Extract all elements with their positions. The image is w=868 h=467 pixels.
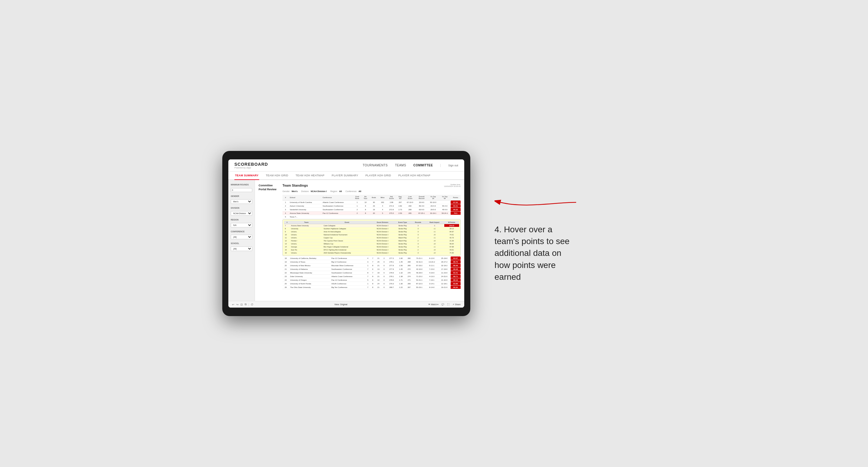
hover-table: # Team Event Event Division Event Type R… [284,221,459,254]
hover-table-row: 13 Univers. Williams Cup NCAA Division I… [284,242,459,245]
col-vstop25: Vs Top25 [427,195,439,200]
hover-table-row: 7 Arizona State University Caite Collegi… [284,224,459,227]
committee-portal-title: CommitteePortal Review [258,184,276,191]
table-row: 23 Duke University Atlantic Coast Confer… [282,275,461,278]
table-row: 24 University of Oregon Pac-12 Conferenc… [282,278,461,282]
sub-nav: TEAM SUMMARY TEAM H2H GRID TEAM H2H HEAT… [228,172,464,180]
col-avg-sg: Avg.SG [396,195,404,200]
sidebar: Minimum Rounds Gender Men's Division NCA… [228,180,255,301]
expand-btn[interactable]: ⛶ [447,303,450,306]
subnav-team-h2h-grid[interactable]: TEAM H2H GRID [265,172,289,180]
comment-btn[interactable]: 💬 [441,303,444,306]
col-wins: Wins [378,195,387,200]
conference-select[interactable]: (All) [231,235,252,239]
table-row: 20 University of New Mexico Mountain Wes… [282,264,461,268]
division-select[interactable]: NCAA Division I [231,211,252,216]
conference-label: Conference [231,230,252,232]
col-low-score: LowScore [404,195,415,200]
gender-select[interactable]: Men's [231,199,252,204]
comment-icon: 💬 [441,303,444,306]
sign-out-link[interactable]: Sign out [448,164,458,167]
table-row: 19 University of Texas Big 12 Conference… [282,260,461,264]
clock-icon[interactable]: ⏱ [251,303,253,306]
toolbar-left: ↩ ↪ ⊡ ⧉ | ⏱ [232,303,253,306]
sidebar-min-rounds: Minimum Rounds [231,184,252,192]
table-header-row: # School Conference ConfRank NoTour Rnds… [282,195,461,200]
nav-links: TOURNAMENTS TEAMS COMMITTEE | Sign out [363,164,458,167]
col-conf-rank: ConfRank [353,195,362,200]
hover-header-row: # Team Event Event Division Event Type R… [284,221,459,224]
standings-table: # School Conference ConfRank NoTour Rnds… [282,195,461,219]
table-row: 3 Vanderbilt University Southeastern Con… [282,208,461,211]
toolbar-right: 👁 Watch ▾ 💬 ⛶ ↗ Share [428,303,461,306]
nav-committee[interactable]: COMMITTEE [413,164,433,167]
undo-icon[interactable]: ↩ [232,303,235,306]
tablet-device: SCOREBOARD Powered by clippi TOURNAMENTS… [222,151,470,316]
eye-icon: 👁 [428,303,430,306]
region-select[interactable]: N/A [231,223,252,227]
hover-popup: # Team Event Event Division Event Type R… [282,219,461,256]
subnav-player-h2h-heatmap[interactable]: PLAYER H2H HEATMAP [398,172,431,180]
hover-table-row: 14 Georgia Ben Hogan Collegiate Invitati… [284,245,459,248]
sidebar-division: Division NCAA Division I [231,207,252,216]
col-rank: # [282,195,288,200]
subnav-team-summary[interactable]: TEAM SUMMARY [235,172,259,180]
arrow-annotation [495,184,579,220]
bottom-toolbar: ↩ ↪ ⊡ ⧉ | ⏱ View: Original 👁 Watch ▾ [228,301,464,308]
division-label: Division [231,207,252,209]
school-select[interactable]: (All) [231,247,252,251]
watch-btn[interactable]: 👁 Watch ▾ [428,303,439,306]
doc-area: CommitteePortal Review Team Standings Up… [255,180,464,301]
col-vstop50: Vs Top50 [439,195,450,200]
main-content: Minimum Rounds Gender Men's Division NCA… [228,180,464,301]
annotation-area: 4. Hover over a team's points to see add… [489,178,585,289]
col-adj-score: Adj.Score [387,195,396,200]
col-overall-record: OverallRecord [416,195,427,200]
top-nav: SCOREBOARD Powered by clippi TOURNAMENTS… [228,159,464,172]
update-time: Update time:13/03/2024 10:03:42 [444,184,461,187]
doc-header: CommitteePortal Review Team Standings Up… [258,184,461,289]
col-no-tour: NoTour [362,195,369,200]
tablet-screen: SCOREBOARD Powered by clippi TOURNAMENTS… [228,159,464,308]
hover-table-row: 8 University Southern Highlands Collegia… [284,227,459,230]
fit-icon[interactable]: ⊡ [241,303,243,306]
copy-icon[interactable]: ⧉ [245,303,247,306]
expand-icon: ⛶ [447,303,450,306]
filter-conference: Conference: All [345,190,361,192]
nav-tournaments[interactable]: TOURNAMENTS [363,164,388,167]
table-row: 21 University of Alabama Southeastern Co… [282,268,461,271]
filter-gender: Gender: Men's [282,190,298,192]
share-label: Share [455,303,461,306]
share-btn[interactable]: ↗ Share [453,303,461,306]
logo-area: SCOREBOARD Powered by clippi [235,162,268,169]
page-wrapper: SCOREBOARD Powered by clippi TOURNAMENTS… [222,151,646,316]
table-row: 2 Auburn University Southeastern Confere… [282,204,461,208]
gender-label: Gender [231,195,252,197]
col-school: School [288,195,321,200]
sidebar-gender: Gender Men's [231,195,252,204]
table-row-arizona-state: 4 Arizona State University Pac-12 Confer… [282,211,461,215]
annotation-text: 4. Hover over a team's points to see add… [495,223,579,283]
min-rounds-input[interactable] [231,188,252,192]
subnav-player-summary[interactable]: PLAYER SUMMARY [331,172,359,180]
hover-table-row: 12 Florida I The Cypress Point Classic N… [284,239,459,242]
hover-table-row: 16 Univers. 2023 Sahalee Players Champio… [284,251,459,254]
redo-icon[interactable]: ↪ [236,303,239,306]
col-rnds: Rnds [370,195,378,200]
sidebar-region: Region N/A [231,219,252,227]
nav-teams[interactable]: TEAMS [395,164,406,167]
view-original-btn[interactable]: View: Original [335,303,347,306]
region-label: Region [231,219,252,221]
logo-text: SCOREBOARD [235,162,268,167]
filter-division: Division: NCAA Division I [301,190,327,192]
standings-title: Team Standings [282,184,308,187]
watch-label: Watch [431,303,437,306]
hover-table-row: 9 Univers. Amer Arl Intercollegiate NCAA… [284,230,459,233]
filter-region: Region: All [330,190,342,192]
school-label: School [231,242,252,244]
subnav-player-h2h-grid[interactable]: PLAYER H2H GRID [365,172,392,180]
divider: | [248,303,249,306]
subnav-team-h2h-heatmap[interactable]: TEAM H2H HEATMAP [295,172,325,180]
filter-row: Gender: Men's Division: NCAA Division I … [282,190,461,192]
hover-table-row: 10 Univers. National Invitational Tourna… [284,233,459,236]
